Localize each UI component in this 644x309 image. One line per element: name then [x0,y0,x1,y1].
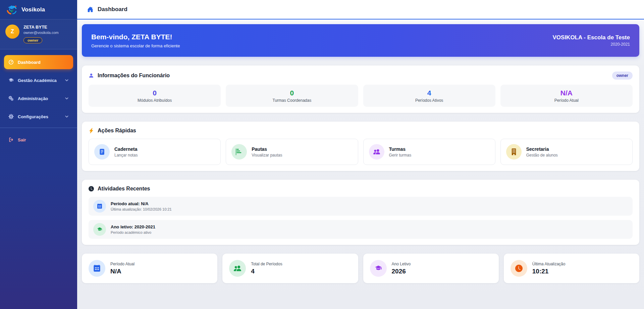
lightning-icon [89,128,94,133]
sidebar-item-label: Administração [18,96,48,101]
action-pautas[interactable]: Pautas Visualizar pautas [226,139,358,165]
recent-activities-card: Atividades Recentes Período atual: N/A Ú… [82,180,639,245]
action-title: Pautas [252,146,282,152]
activity-subtitle: Período académico ativo [111,230,155,234]
stat-label: Período Atual [554,98,579,103]
user-name: ZETA BYTE [23,25,59,30]
app-name: Vosikola [21,6,45,13]
action-title: Turmas [389,146,412,152]
gear-icon [8,114,14,119]
summary-label: Ano Letivo [392,262,411,266]
stat-value: N/A [560,89,573,97]
chevron-down-icon [65,96,69,100]
action-turmas[interactable]: Turmas Gerir turmas [363,139,495,165]
clock-icon [511,260,527,277]
activity-periodo-atual: Período atual: N/A Última atualização: 1… [89,197,633,216]
banner-school-name: VOSIKOLA - Escola de Teste [552,34,630,41]
action-title: Secretaria [526,146,558,152]
stat-value: 4 [427,89,431,97]
stat-label: Módulos Atribuídos [138,98,172,103]
stat-value: 0 [290,89,294,97]
sidebar-item-configuracoes[interactable]: Configurações [4,109,73,124]
action-subtitle: Gerir turmas [389,153,412,158]
summary-card-ultima-atualizacao: Última Atualização 10:21 [504,254,639,283]
summary-label: Período Atual [110,262,135,266]
sidebar-item-dashboard[interactable]: Dashboard [4,55,73,69]
logout-label: Sair [18,137,26,142]
banner-title: Bem-vindo, ZETA BYTE! [91,33,180,41]
app-logo-icon [5,3,18,16]
action-title: Caderneta [114,146,138,152]
topbar: Dashboard [77,0,644,19]
summary-card-ano-letivo: Ano Letivo 2026 [363,254,499,283]
sidebar-item-label: Gestão Académica [18,78,57,83]
activity-subtitle: Última atualização: 10/02/2026 10:21 [111,207,172,211]
recent-activities-title: Atividades Recentes [98,186,150,192]
brand: Vosikola [0,0,77,19]
people-icon [229,260,246,277]
summary-value: 10:21 [532,268,566,275]
notebook-icon [94,144,110,160]
activity-title: Ano letivo: 2020-2021 [111,224,155,229]
calendar-icon [93,200,106,213]
sidebar: Vosikola Z ZETA BYTE owner@vosikola.com … [0,0,77,309]
sidebar-item-administracao[interactable]: Administração [4,91,73,105]
stat-modulos-atribuidos: 0 Módulos Atribuídos [89,85,221,107]
sidebar-menu: Dashboard Gestão Académica Administração… [0,49,77,309]
avatar: Z [5,25,19,39]
summary-value: 2026 [392,268,411,275]
content: Bem-vindo, ZETA BYTE! Gerencie o sistema… [77,19,644,309]
stat-turmas-coordenadas: 0 Turmas Coordenadas [226,85,358,107]
banner-school-year: 2020-2021 [552,42,630,47]
main-area: Dashboard Bem-vindo, ZETA BYTE! Gerencie… [77,0,644,309]
calendar-icon [89,260,105,277]
quick-actions-card: Ações Rápidas Caderneta Lançar notas Pau… [82,122,639,171]
activity-title: Período atual: N/A [111,201,172,206]
page-title: Dashboard [98,6,127,13]
sidebar-item-gestao-academica[interactable]: Gestão Académica [4,73,73,87]
graduation-cap-icon [370,260,387,277]
graduation-cap-icon [8,78,14,83]
summary-row: Período Atual N/A Total de Períodos 4 An… [82,254,639,283]
user-card: Z ZETA BYTE owner@vosikola.com owner [0,19,77,49]
employee-info-card: Informações do Funcionário owner 0 Módul… [82,65,639,113]
summary-value: N/A [110,268,135,275]
action-secretaria[interactable]: Secretaria Gestão de alunos [500,139,633,165]
stat-periodos-ativos: 4 Períodos Ativos [363,85,495,107]
employee-info-title: Informações do Funcionário [98,73,170,79]
user-role-badge: owner [23,37,42,43]
action-subtitle: Gestão de alunos [526,153,558,158]
stat-value: 0 [153,89,157,97]
action-subtitle: Lançar notas [114,153,138,158]
graduation-cap-icon [93,223,106,236]
stat-label: Períodos Ativos [415,98,443,103]
summary-label: Última Atualização [532,262,566,266]
chevron-down-icon [65,115,69,119]
action-caderneta[interactable]: Caderneta Lançar notas [89,139,221,165]
banner-subtitle: Gerencie o sistema escolar de forma efic… [91,43,180,48]
activity-ano-letivo: Ano letivo: 2020-2021 Período académico … [89,220,633,239]
chevron-down-icon [65,78,69,82]
stat-label: Turmas Coordenadas [273,98,312,103]
logout-icon [8,137,14,142]
welcome-banner: Bem-vindo, ZETA BYTE! Gerencie o sistema… [82,24,639,57]
gears-icon [8,96,14,101]
user-email: owner@vosikola.com [23,31,59,35]
quick-actions-title: Ações Rápidas [98,128,136,134]
action-subtitle: Visualizar pautas [252,153,282,158]
gauge-icon [8,59,14,65]
sidebar-item-logout[interactable]: Sair [4,133,73,147]
summary-card-periodo-atual: Período Atual N/A [82,254,217,283]
sidebar-divider [0,128,77,128]
chart-steps-icon [231,144,247,160]
building-icon [506,144,522,160]
summary-value: 4 [251,268,282,275]
sidebar-item-label: Dashboard [18,60,41,65]
stat-periodo-atual: N/A Período Atual [500,85,633,107]
summary-card-total-periodos: Total de Períodos 4 [222,254,358,283]
clock-icon [89,186,94,191]
role-badge: owner [612,72,633,80]
home-icon[interactable] [87,6,93,12]
people-icon [369,144,384,160]
summary-label: Total de Períodos [251,262,282,266]
